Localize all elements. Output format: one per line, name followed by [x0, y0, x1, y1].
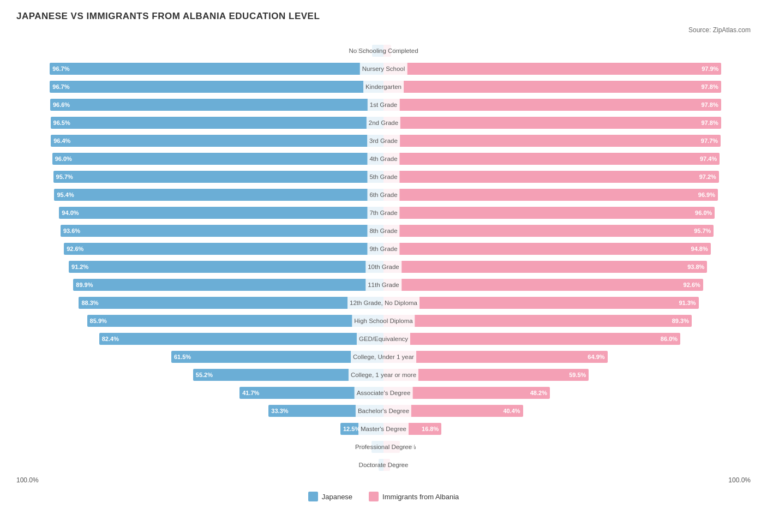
bar-left-label: 96.7%: [52, 83, 69, 90]
source: Source: ZipAtlas.com: [16, 26, 751, 34]
bar-right-label: 48.2%: [530, 390, 547, 396]
bar-center-label: No Schooling Completed: [346, 43, 420, 59]
bar-right-label: 97.8%: [701, 101, 718, 108]
bar-center-label: 1st Grade: [368, 97, 400, 113]
bar-center-label: 5th Grade: [367, 169, 399, 185]
bar-row: 88.3% 12th Grade, No Diploma 91.3%: [16, 295, 751, 311]
bar-right-label: 97.2%: [699, 174, 716, 180]
bar-center-label: Bachelor's Degree: [356, 403, 411, 419]
bar-row: 95.4% 6th Grade 96.9%: [16, 187, 751, 203]
bar-center-label: High School Diploma: [352, 313, 415, 329]
axis-left: 100.0%: [16, 476, 39, 484]
bar-center-label: College, Under 1 year: [351, 349, 416, 365]
bar-center-label: 12th Grade, No Diploma: [347, 295, 420, 311]
bar-row: 96.0% 4th Grade 97.4%: [16, 151, 751, 167]
bar-right-label: 64.9%: [588, 354, 604, 360]
bar-left-label: 96.6%: [53, 101, 70, 108]
bar-row: 3.3% No Schooling Completed 2.2%: [16, 43, 751, 59]
bar-center-label: 11th Grade: [365, 277, 402, 293]
bar-right-label: 94.8%: [691, 246, 708, 252]
bar-row: 96.5% 2nd Grade 97.8%: [16, 115, 751, 131]
bar-row: 91.2% 10th Grade 93.8%: [16, 259, 751, 275]
bar-row: 12.5% Master's Degree 16.8%: [16, 421, 751, 437]
bar-row: 96.4% 3rd Grade 97.7%: [16, 133, 751, 149]
bar-right-label: 93.8%: [687, 264, 704, 270]
bar-left-label: 96.0%: [55, 156, 72, 162]
bar-center-label: 9th Grade: [367, 241, 399, 257]
legend-albania-label: Immigrants from Albania: [382, 493, 459, 501]
bar-row: 95.7% 5th Grade 97.2%: [16, 169, 751, 185]
bar-left-label: 88.3%: [81, 300, 98, 306]
bar-left-label: 82.4%: [102, 336, 119, 342]
bar-center-label: Nursery School: [360, 61, 408, 77]
legend-albania-box: [369, 492, 379, 501]
bar-row: 96.7% Nursery School 97.9%: [16, 61, 751, 77]
bar-left-label: 55.2%: [196, 372, 213, 378]
bar-right-label: 97.8%: [701, 119, 718, 126]
bar-row: 94.0% 7th Grade 96.0%: [16, 205, 751, 221]
bar-center-label: College, 1 year or more: [349, 367, 418, 383]
bar-row: 55.2% College, 1 year or more 59.5%: [16, 367, 751, 383]
legend-japanese: Japanese: [308, 492, 352, 501]
bar-row: 33.3% Bachelor's Degree 40.4%: [16, 403, 751, 419]
bar-center-label: 2nd Grade: [367, 115, 400, 131]
legend-japanese-box: [308, 492, 318, 501]
bar-left-label: 96.7%: [52, 65, 69, 72]
bar-left-label: 95.7%: [56, 174, 73, 180]
bar-right-label: 91.3%: [679, 300, 696, 306]
bar-left-label: 95.4%: [57, 192, 74, 198]
bar-center-label: 7th Grade: [367, 205, 399, 221]
bar-row: 96.6% 1st Grade 97.8%: [16, 97, 751, 113]
bar-left-label: 41.7%: [242, 390, 259, 396]
bar-left-label: 96.5%: [53, 119, 70, 126]
chart-title: JAPANESE VS IMMIGRANTS FROM ALBANIA EDUC…: [16, 11, 751, 22]
bar-right-label: 96.9%: [698, 192, 715, 198]
legend: Japanese Immigrants from Albania: [16, 492, 751, 501]
bar-center-label: 6th Grade: [367, 187, 399, 203]
bar-left-label: 94.0%: [62, 210, 79, 216]
bar-right-label: 89.3%: [672, 318, 689, 324]
bar-center-label: Doctorate Degree: [357, 457, 411, 473]
axis-right: 100.0%: [728, 476, 751, 484]
bar-right-label: 96.0%: [695, 210, 712, 216]
bar-left-label: 12.5%: [343, 426, 360, 432]
bar-center-label: Professional Degree: [353, 439, 414, 455]
bar-right-label: 40.4%: [503, 408, 520, 414]
bar-row: 85.9% High School Diploma 89.3%: [16, 313, 751, 329]
bar-center-label: Kindergarten: [363, 79, 404, 95]
bar-right-label: 95.7%: [694, 228, 711, 234]
bar-left-label: 92.6%: [67, 246, 83, 252]
bar-left-label: 61.5%: [174, 354, 191, 360]
bar-right-label: 59.5%: [569, 372, 586, 378]
bar-center-label: Master's Degree: [358, 421, 409, 437]
bar-left-label: 93.6%: [63, 228, 80, 234]
bar-row: 41.7% Associate's Degree 48.2%: [16, 385, 751, 401]
axis-labels: 100.0% 100.0%: [16, 476, 751, 484]
bar-left-label: 89.9%: [76, 282, 93, 288]
legend-japanese-label: Japanese: [322, 493, 352, 501]
bar-right-label: 92.6%: [684, 282, 700, 288]
bar-left-label: 91.2%: [71, 264, 88, 270]
bar-row: 61.5% College, Under 1 year 64.9%: [16, 349, 751, 365]
bar-center-label: 4th Grade: [367, 151, 399, 167]
bar-row: 93.6% 8th Grade 95.7%: [16, 223, 751, 239]
bar-row: 3.5% Professional Degree 4.8%: [16, 439, 751, 455]
bar-right-label: 16.8%: [422, 426, 439, 432]
bar-row: 1.5% Doctorate Degree 1.9%: [16, 457, 751, 473]
bar-right-label: 86.0%: [661, 336, 678, 342]
bar-center-label: Associate's Degree: [355, 385, 413, 401]
bar-right-label: 97.7%: [701, 138, 718, 144]
bar-row: 89.9% 11th Grade 92.6%: [16, 277, 751, 293]
chart-area: 3.3% No Schooling Completed 2.2% 96.7% N…: [16, 43, 751, 473]
bar-right-label: 97.8%: [701, 83, 718, 90]
bar-left-label: 33.3%: [271, 408, 288, 414]
bar-row: 82.4% GED/Equivalency 86.0%: [16, 331, 751, 347]
bar-row: 92.6% 9th Grade 94.8%: [16, 241, 751, 257]
bar-right-label: 97.4%: [700, 156, 717, 162]
bar-right-label: 97.9%: [702, 65, 718, 72]
legend-albania: Immigrants from Albania: [369, 492, 459, 501]
bar-center-label: 3rd Grade: [367, 133, 400, 149]
bar-left-label: 85.9%: [90, 318, 107, 324]
bar-center-label: 8th Grade: [367, 223, 399, 239]
bar-left-label: 96.4%: [53, 138, 70, 144]
